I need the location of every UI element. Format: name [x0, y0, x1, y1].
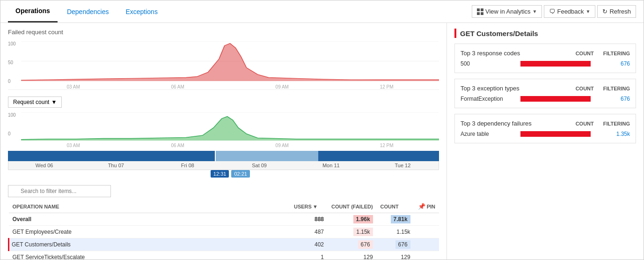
- right-section-title: GET Customers/Details: [454, 29, 636, 38]
- request-count-chart: 100 0 03 AM 06 AM 09 AM 12 PM: [8, 111, 439, 148]
- exception-types-card: Top 3 exception types COUNT FILTERING Fo…: [454, 79, 636, 108]
- card-title: Top 3 dependency failures: [461, 120, 532, 127]
- time-label-2: 02:21: [231, 170, 250, 178]
- metric-bar-container: [520, 61, 603, 67]
- sort-icon: ▼: [313, 204, 318, 209]
- table-row[interactable]: GET ServiceTickets/Escalate 1 129 129: [9, 251, 439, 260]
- refresh-button[interactable]: ↻ Refresh: [597, 5, 636, 18]
- operations-table: OPERATION NAME USERS ▼ COUNT (FAILED) CO…: [8, 200, 439, 260]
- table-header-row: OPERATION NAME USERS ▼ COUNT (FAILED) CO…: [9, 200, 439, 213]
- tab-exceptions[interactable]: Exceptions: [118, 0, 165, 22]
- card-col-headers: COUNT FILTERING: [576, 51, 630, 56]
- table-row[interactable]: GET Employees/Create 487 1.15k 1.15k: [9, 226, 439, 238]
- left-panel: Failed request count 100 50 0: [0, 23, 447, 260]
- red-indicator: [454, 29, 456, 38]
- table-row[interactable]: GET Customers/Details 402 676 676: [9, 238, 439, 251]
- filtering-header: FILTERING: [603, 121, 630, 126]
- metric-label: 500: [461, 60, 517, 67]
- time-label-group: 12:31 02:21: [211, 170, 250, 178]
- card-title: Top 3 response codes: [461, 50, 520, 57]
- card-header: Top 3 exception types COUNT FILTERING: [461, 85, 630, 92]
- count-cell: 7.81k: [377, 213, 414, 226]
- failed-cell: 1.15k: [328, 226, 377, 238]
- op-name-cell: GET Customers/Details: [9, 238, 290, 251]
- tab-dependencies[interactable]: Dependencies: [59, 0, 117, 22]
- op-name-cell: Overall: [9, 213, 290, 226]
- date-sat: Sat 09: [224, 161, 295, 170]
- svg-marker-3: [21, 44, 439, 81]
- date-tue: Tue 12: [367, 161, 439, 170]
- filtering-header: FILTERING: [603, 86, 630, 91]
- analytics-chevron-icon: ▼: [533, 9, 537, 14]
- card-col-headers: COUNT FILTERING: [576, 121, 630, 126]
- col-count-failed: COUNT (FAILED): [328, 200, 377, 213]
- timeline-cursor: [215, 151, 216, 161]
- op-name-cell: GET Employees/Create: [9, 226, 290, 238]
- users-cell: 402: [290, 238, 328, 251]
- timeline-selection: [215, 151, 318, 161]
- app-container: Operations Dependencies Exceptions View …: [0, 0, 644, 260]
- count-cell: 129: [377, 251, 414, 260]
- time-label-1: 12:31: [211, 170, 229, 178]
- metric-label: FormatException: [461, 96, 517, 102]
- header: Operations Dependencies Exceptions View …: [0, 0, 644, 23]
- col-users: USERS ▼: [290, 200, 328, 213]
- card-header: Top 3 response codes COUNT FILTERING: [461, 50, 630, 57]
- analytics-grid-icon: [477, 8, 483, 15]
- x-axis-labels-2: 03 AM 06 AM 09 AM 12 PM: [21, 143, 439, 148]
- request-chart-area: [21, 112, 439, 141]
- failed-request-title: Failed request count: [8, 29, 439, 36]
- request-chart-svg: [21, 112, 439, 141]
- date-mon: Mon 11: [295, 161, 367, 170]
- refresh-label: Refresh: [609, 8, 631, 15]
- tab-operations[interactable]: Operations: [8, 0, 58, 22]
- count-header: COUNT: [576, 86, 594, 91]
- y-0: 0: [8, 79, 11, 84]
- metric-bar: [520, 96, 591, 102]
- timeline-bar[interactable]: [8, 151, 439, 161]
- response-codes-card: Top 3 response codes COUNT FILTERING 500…: [454, 44, 636, 73]
- count-header: COUNT: [576, 121, 594, 126]
- metric-count: 1.35k: [607, 131, 630, 137]
- metric-bar: [520, 131, 591, 137]
- failed-cell: 1.96k: [328, 213, 377, 226]
- search-container: 🔍: [8, 185, 439, 197]
- feedback-label: Feedback: [557, 8, 584, 15]
- metric-bar: [520, 61, 591, 67]
- pin-icon: 📌: [418, 203, 425, 210]
- failed-request-chart: 100 50 0 03 AM06 AM09 AM12 PM: [8, 38, 439, 90]
- metric-count: 676: [607, 96, 630, 102]
- dropdown-chevron-icon: ▼: [51, 99, 57, 105]
- date-wed: Wed 06: [8, 161, 80, 170]
- table-row[interactable]: Overall 888 1.96k 7.81k: [9, 213, 439, 226]
- analytics-button[interactable]: View in Analytics ▼: [472, 5, 542, 18]
- metric-bar-container: [520, 131, 603, 137]
- card-col-headers: COUNT FILTERING: [576, 86, 630, 91]
- count-header: COUNT: [576, 51, 594, 56]
- feedback-button[interactable]: 🗨 Feedback ▼: [544, 5, 595, 18]
- count-cell: 676: [377, 238, 414, 251]
- dependency-failures-card: Top 3 dependency failures COUNT FILTERIN…: [454, 114, 636, 143]
- request-count-dropdown[interactable]: Request count ▼: [8, 97, 62, 108]
- metric-bar-container: [520, 96, 603, 102]
- feedback-chevron-icon: ▼: [586, 9, 591, 14]
- y-100: 100: [8, 41, 16, 46]
- tabs: Operations Dependencies Exceptions: [8, 0, 167, 22]
- x-axis-labels: 03 AM06 AM09 AM12 PM: [21, 84, 439, 89]
- table-body: Overall 888 1.96k 7.81k GET Employees/Cr…: [9, 213, 439, 260]
- card-header: Top 3 dependency failures COUNT FILTERIN…: [461, 120, 630, 127]
- search-wrapper: 🔍: [8, 185, 111, 197]
- feedback-icon: 🗨: [549, 8, 555, 15]
- metric-row: 500 676: [461, 60, 630, 67]
- y-50: 50: [8, 60, 13, 65]
- filtering-header: FILTERING: [603, 51, 630, 56]
- count-cell: 1.15k: [377, 226, 414, 238]
- op-name-cell: GET ServiceTickets/Escalate: [9, 251, 290, 260]
- users-cell: 1: [290, 251, 328, 260]
- header-actions: View in Analytics ▼ 🗨 Feedback ▼ ↻ Refre…: [472, 5, 636, 18]
- date-fri: Fri 08: [152, 161, 223, 170]
- right-title-text: GET Customers/Details: [460, 30, 538, 37]
- failed-cell: 676: [328, 238, 377, 251]
- date-thu: Thu 07: [80, 161, 152, 170]
- search-input[interactable]: [8, 185, 111, 197]
